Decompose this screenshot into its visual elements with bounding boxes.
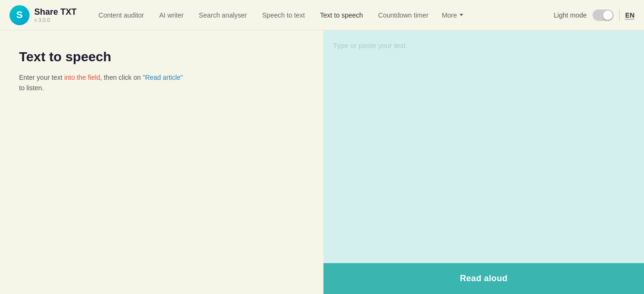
logo-icon: S: [10, 5, 29, 25]
desc-part2: , then click on: [100, 74, 143, 81]
desc-part1: Enter your text: [19, 74, 64, 81]
logo-title: Share TXT: [34, 7, 77, 17]
text-area-container: [323, 30, 644, 263]
logo-link[interactable]: S Share TXT v 3.0.0: [10, 5, 77, 25]
light-mode-label: Light mode: [554, 11, 586, 19]
right-panel: Read aloud: [323, 30, 644, 294]
page-description: Enter your text into the field, then cli…: [19, 72, 304, 94]
nav-ai-writer[interactable]: AI writer: [152, 0, 191, 30]
chevron-down-icon: [459, 14, 463, 16]
read-aloud-button[interactable]: Read aloud: [323, 263, 644, 294]
main-content: Text to speech Enter your text into the …: [0, 30, 644, 294]
nav-search-analyser[interactable]: Search analyser: [191, 0, 254, 30]
nav-countdown-timer[interactable]: Countdown timer: [371, 0, 436, 30]
language-selector[interactable]: EN: [625, 11, 634, 19]
nav-content-auditor[interactable]: Content auditor: [91, 0, 152, 30]
toggle-knob: [603, 10, 613, 20]
desc-part3: to listen.: [19, 84, 44, 92]
text-input[interactable]: [333, 40, 634, 254]
page-title: Text to speech: [19, 49, 304, 65]
nav-speech-to-text[interactable]: Speech to text: [254, 0, 312, 30]
header: S Share TXT v 3.0.0 Content auditor AI w…: [0, 0, 644, 30]
desc-highlight2: "Read article": [143, 74, 183, 81]
nav-text-to-speech[interactable]: Text to speech: [312, 0, 371, 30]
header-right: Light mode EN: [554, 9, 634, 21]
left-panel: Text to speech Enter your text into the …: [0, 30, 323, 294]
logo-text: Share TXT v 3.0.0: [34, 7, 77, 23]
logo-version: v 3.0.0: [34, 17, 77, 23]
light-mode-toggle[interactable]: [593, 9, 614, 21]
desc-highlight1: into the field: [64, 74, 100, 81]
nav-more-menu[interactable]: More: [436, 0, 469, 30]
header-divider: [619, 9, 620, 21]
nav-more-label: More: [442, 11, 457, 19]
main-nav: Content auditor AI writer Search analyse…: [91, 0, 554, 30]
